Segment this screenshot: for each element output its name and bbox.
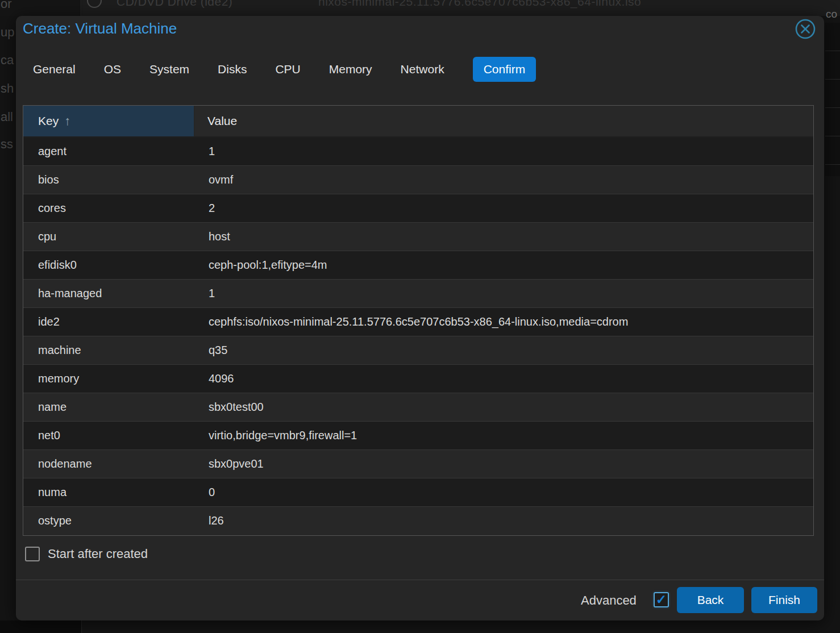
backdrop-text-fragment: all xyxy=(1,110,13,124)
row-value: 2 xyxy=(196,194,813,222)
check-icon: ✓ xyxy=(656,593,667,606)
tab-network[interactable]: Network xyxy=(401,57,444,82)
footer-divider xyxy=(16,580,824,580)
start-after-created-row: Start after created xyxy=(25,547,148,561)
row-key: net0 xyxy=(23,422,196,449)
row-value: 1 xyxy=(196,138,813,165)
tab-os[interactable]: OS xyxy=(104,57,121,82)
backdrop-sidebar-edge xyxy=(0,0,81,16)
row-value: l26 xyxy=(196,507,813,535)
create-vm-dialog: Create: Virtual Machine General OS Syste… xyxy=(16,16,824,620)
row-value: ceph-pool:1,efitype=4m xyxy=(196,251,813,279)
table-row[interactable]: memory 4096 xyxy=(23,365,813,393)
table-row[interactable]: ha-managed 1 xyxy=(23,280,813,308)
backdrop-divider xyxy=(81,620,82,633)
table-row[interactable]: bios ovmf xyxy=(23,166,813,194)
row-key: numa xyxy=(23,478,196,506)
row-key: bios xyxy=(23,166,196,194)
tab-disks[interactable]: Disks xyxy=(218,57,247,82)
table-row[interactable]: efidisk0 ceph-pool:1,efitype=4m xyxy=(23,251,813,280)
row-value: 1 xyxy=(196,280,813,307)
row-key: memory xyxy=(23,365,196,393)
row-key: agent xyxy=(23,138,196,165)
table-row[interactable]: ide2 cephfs:iso/nixos-minimal-25.11.5776… xyxy=(23,308,813,336)
row-key: nodename xyxy=(23,450,196,478)
tab-memory[interactable]: Memory xyxy=(329,57,372,82)
backdrop-text-fragment: sh xyxy=(1,81,14,96)
close-icon xyxy=(795,18,816,40)
advanced-label: Advanced xyxy=(581,593,637,608)
backdrop-text-fragment: or xyxy=(1,0,12,11)
row-value: cephfs:iso/nixos-minimal-25.11.5776.6c5e… xyxy=(196,308,813,336)
table-row[interactable]: cores 2 xyxy=(23,194,813,223)
dialog-title: Create: Virtual Machine xyxy=(23,20,177,38)
row-value: sbx0pve01 xyxy=(196,450,813,478)
column-header-key[interactable]: Key ↑ xyxy=(23,106,195,136)
row-key: ostype xyxy=(23,507,196,535)
row-key: cores xyxy=(23,194,196,222)
table-header: Key ↑ Value xyxy=(23,106,813,138)
column-header-key-label: Key xyxy=(38,114,59,128)
tab-general[interactable]: General xyxy=(33,57,76,82)
advanced-checkbox[interactable]: ✓ xyxy=(654,592,669,607)
close-button[interactable] xyxy=(795,18,816,40)
row-key: machine xyxy=(23,336,196,364)
table-row[interactable]: machine q35 xyxy=(23,336,813,365)
row-value: 4096 xyxy=(196,365,813,393)
backdrop-sidebar-bottom xyxy=(0,620,81,633)
row-key: efidisk0 xyxy=(23,251,196,279)
backdrop-text-fragment: up xyxy=(1,25,14,40)
row-value: q35 xyxy=(196,336,813,364)
row-value: ovmf xyxy=(196,166,813,194)
table-row[interactable]: cpu host xyxy=(23,223,813,251)
row-value: 0 xyxy=(196,478,813,506)
row-value: host xyxy=(196,223,813,251)
table-row[interactable]: net0 virtio,bridge=vmbr9,firewall=1 xyxy=(23,422,813,450)
finish-button[interactable]: Finish xyxy=(751,587,817,613)
backdrop-grid-rows xyxy=(825,23,840,176)
backdrop-text-fragment: ca xyxy=(1,53,14,68)
column-header-value[interactable]: Value xyxy=(195,106,813,136)
table-row[interactable]: numa 0 xyxy=(23,478,813,507)
row-key: ide2 xyxy=(23,308,196,336)
confirm-settings-table: Key ↑ Value agent 1 bios ovmf cores 2 cp… xyxy=(23,105,814,536)
backdrop-text-fragment: ss xyxy=(1,137,13,152)
sort-ascending-icon: ↑ xyxy=(64,114,70,128)
row-value: virtio,bridge=vmbr9,firewall=1 xyxy=(196,422,813,449)
dialog-tabbar: General OS System Disks CPU Memory Netwo… xyxy=(33,56,536,82)
tab-system[interactable]: System xyxy=(149,57,189,82)
table-row[interactable]: nodename sbx0pve01 xyxy=(23,450,813,478)
row-key: name xyxy=(23,393,196,421)
table-row[interactable]: name sbx0test00 xyxy=(23,393,813,422)
backdrop-row-label: CD/DVD Drive (ide2) xyxy=(117,0,232,9)
column-header-value-label: Value xyxy=(207,114,237,128)
start-after-created-checkbox[interactable] xyxy=(25,547,40,561)
back-button[interactable]: Back xyxy=(677,587,744,613)
tab-cpu[interactable]: CPU xyxy=(275,57,300,82)
row-key: ha-managed xyxy=(23,280,196,307)
row-value: sbx0test00 xyxy=(196,393,813,421)
start-after-created-label: Start after created xyxy=(48,547,148,561)
tab-confirm[interactable]: Confirm xyxy=(473,57,537,82)
backdrop-text-fragment: co xyxy=(826,8,837,20)
table-row[interactable]: ostype l26 xyxy=(23,507,813,535)
backdrop-row-value: nixos-minimal-25.11.5776.6c5e707c6b53-x8… xyxy=(318,0,641,9)
row-key: cpu xyxy=(23,223,196,251)
table-row[interactable]: agent 1 xyxy=(23,138,813,166)
